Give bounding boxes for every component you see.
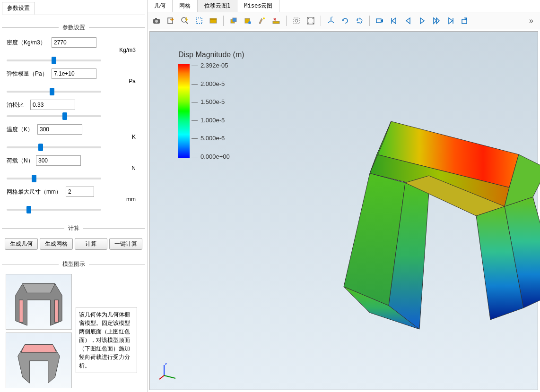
rotate-reset-icon[interactable] <box>353 15 366 27</box>
mesh-unit: mm <box>126 196 136 203</box>
svg-rect-8 <box>155 18 157 19</box>
model-description: 该几何体为几何体橱窗模型。固定该模型两侧底面（上图红色面），对该模型顶面（下图红… <box>76 307 137 373</box>
legend-tick-0: 2.392e-05 <box>192 62 230 69</box>
calc-section: 计算 生成几何 生成网格 计算 一键计算 <box>2 221 145 252</box>
load-slider[interactable] <box>7 178 101 179</box>
play-fwd-icon[interactable] <box>430 15 443 27</box>
svg-point-18 <box>248 21 251 24</box>
camera-icon[interactable] <box>150 15 163 27</box>
color-legend: Disp Magnitude (m) 2.392e-05 2.000e-5 1.… <box>178 51 244 160</box>
gen-mesh-button[interactable]: 生成网格 <box>40 238 73 250</box>
sweep-icon[interactable] <box>256 15 268 27</box>
svg-rect-3 <box>54 300 58 322</box>
params-section: 参数设置 密度（Kg/m3） Kg/m3 弹性模量（Pa） Pa 泊松比 <box>2 20 145 216</box>
modulus-input[interactable] <box>52 68 96 79</box>
svg-rect-20 <box>273 21 279 24</box>
mesh-slider[interactable] <box>7 209 101 211</box>
export-anim-icon[interactable] <box>459 15 471 27</box>
model-thumb-1[interactable] <box>6 274 72 330</box>
select-window-icon[interactable] <box>207 15 219 27</box>
load-input[interactable] <box>36 155 81 166</box>
density-input[interactable] <box>52 37 96 48</box>
export-icon[interactable] <box>165 15 177 27</box>
legend-tick-1: 2.000e-5 <box>192 80 230 87</box>
poisson-slider[interactable] <box>7 115 101 117</box>
svg-rect-25 <box>357 19 361 23</box>
ruler-x-icon[interactable] <box>270 15 282 27</box>
axes-xyz-icon[interactable]: z <box>325 15 337 27</box>
svg-rect-27 <box>376 19 381 23</box>
legend-tick-4: 5.000e-6 <box>192 135 230 142</box>
temperature-slider[interactable] <box>7 146 101 148</box>
zoom-fit-icon[interactable] <box>290 15 303 27</box>
svg-line-42 <box>164 375 175 378</box>
svg-rect-30 <box>462 19 467 24</box>
play-back-icon[interactable] <box>402 15 414 27</box>
model-section: 模型图示 <box>2 256 145 390</box>
svg-line-43 <box>159 375 164 379</box>
play-icon[interactable] <box>416 15 428 27</box>
svg-marker-1 <box>23 284 55 293</box>
density-label: 密度（Kg/m3） <box>7 39 52 47</box>
legend-tick-5: 0.000e+00 <box>192 153 230 160</box>
legend-tick-2: 1.500e-5 <box>192 98 230 105</box>
svg-point-22 <box>295 19 298 22</box>
params-section-title: 参数设置 <box>59 24 89 32</box>
svg-text:z: z <box>165 362 167 366</box>
record-icon[interactable] <box>374 15 386 27</box>
gen-geom-button[interactable]: 生成几何 <box>5 238 38 250</box>
modulus-slider[interactable] <box>7 91 101 93</box>
model-thumb-2[interactable] <box>6 332 72 388</box>
tab-mises[interactable]: Mises云图 <box>237 0 279 12</box>
main-area: 几何 网格 位移云图1 Mises云图 z <box>148 0 540 392</box>
mesh-input[interactable] <box>66 187 94 197</box>
tab-geometry[interactable]: 几何 <box>148 0 173 12</box>
main-tabs: 几何 网格 位移云图1 Mises云图 <box>148 0 540 12</box>
sidebar-tabs: 参数设置 <box>2 2 145 15</box>
temperature-label: 温度（K） <box>7 126 37 134</box>
density-slider[interactable] <box>7 60 101 61</box>
model-section-title: 模型图示 <box>59 260 89 268</box>
load-unit: N <box>131 165 136 171</box>
svg-point-10 <box>182 17 186 22</box>
tab-displacement[interactable]: 位移云图1 <box>198 0 237 12</box>
svg-point-19 <box>263 17 265 19</box>
temperature-unit: K <box>132 134 136 140</box>
zoom-lightning-icon[interactable] <box>179 15 191 27</box>
mesh-label: 网格最大尺寸（mm） <box>7 188 66 196</box>
svg-marker-5 <box>21 345 57 353</box>
svg-text:z: z <box>331 17 333 18</box>
svg-rect-14 <box>210 18 217 20</box>
svg-point-7 <box>155 20 158 23</box>
legend-colorbar <box>178 64 190 158</box>
modulus-unit: Pa <box>129 78 136 85</box>
toolbar-overflow[interactable]: » <box>525 17 537 25</box>
legend-title: Disp Magnitude (m) <box>178 51 244 59</box>
one-click-button[interactable]: 一键计算 <box>109 238 142 250</box>
calc-button[interactable]: 计算 <box>75 238 108 250</box>
tab-param-settings[interactable]: 参数设置 <box>2 2 35 15</box>
box-eye-icon[interactable] <box>242 15 254 27</box>
zoom-extents-icon[interactable] <box>305 15 317 27</box>
sidebar: 参数设置 参数设置 密度（Kg/m3） Kg/m3 弹性模量（Pa） Pa 泊松… <box>0 0 148 392</box>
box-multi-icon[interactable] <box>227 15 240 27</box>
rotate-cw-icon[interactable] <box>339 15 351 27</box>
tab-mesh[interactable]: 网格 <box>173 0 198 12</box>
skip-start-icon[interactable] <box>388 15 400 27</box>
svg-line-11 <box>186 22 188 24</box>
svg-rect-16 <box>233 18 236 22</box>
axis-triad-icon: z <box>159 361 178 380</box>
density-unit: Kg/m3 <box>119 47 136 53</box>
poisson-input[interactable] <box>30 100 75 110</box>
svg-rect-2 <box>19 300 23 322</box>
temperature-input[interactable] <box>37 124 82 135</box>
select-rect-icon[interactable] <box>193 15 205 27</box>
viewport-3d[interactable]: Disp Magnitude (m) 2.392e-05 2.000e-5 1.… <box>149 31 538 390</box>
load-label: 荷载（N） <box>7 157 36 165</box>
modulus-label: 弹性模量（Pa） <box>7 70 52 78</box>
legend-tick-3: 1.000e-5 <box>192 117 230 124</box>
skip-end-icon[interactable] <box>444 15 457 27</box>
svg-rect-12 <box>196 18 202 24</box>
fea-model-render <box>296 98 540 343</box>
viewport-toolbar: z » <box>148 12 540 29</box>
